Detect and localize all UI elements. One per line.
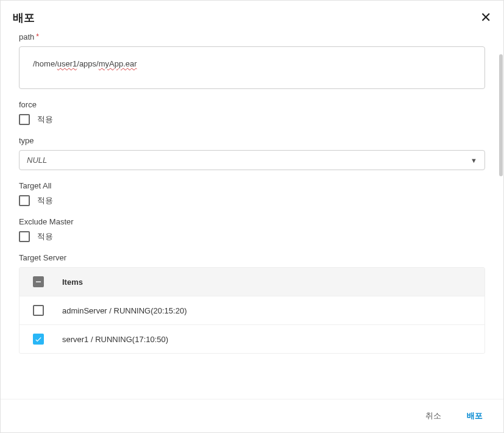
indeterminate-icon — [34, 277, 43, 286]
exclude-master-checkbox-label: 적용 — [37, 231, 53, 242]
target-server-label: Target Server — [19, 253, 485, 262]
row-checkbox-adminserver[interactable] — [33, 305, 44, 316]
chevron-down-icon: ▼ — [470, 157, 477, 164]
type-select[interactable]: NULL ▼ — [19, 150, 485, 170]
force-checkbox-row: 적용 — [19, 114, 485, 125]
exclude-master-checkbox-row: 적용 — [19, 231, 485, 242]
target-server-field: Target Server Items adminServer / RUNNIN… — [19, 253, 485, 354]
type-select-value: NULL — [27, 156, 47, 165]
target-all-checkbox-label: 적용 — [37, 195, 53, 206]
row-checkbox-server1[interactable] — [33, 334, 44, 345]
path-text-1: /home/ — [33, 59, 57, 68]
type-label: type — [19, 136, 485, 145]
table-row: server1 / RUNNING(17:10:50) — [20, 325, 484, 353]
cancel-button[interactable]: 취소 — [422, 408, 445, 424]
close-icon[interactable]: ✕ — [480, 11, 491, 24]
type-field: type NULL ▼ — [19, 136, 485, 170]
target-all-checkbox-row: 적용 — [19, 195, 485, 206]
force-checkbox-label: 적용 — [37, 114, 53, 125]
path-input[interactable]: /home/user1/apps/myApp.ear — [19, 46, 485, 89]
path-label: path * — [19, 32, 485, 41]
exclude-master-label: Exclude Master — [19, 217, 485, 226]
path-text-4: myApp.ear — [99, 59, 137, 68]
target-all-label: Target All — [19, 181, 485, 190]
svg-rect-0 — [36, 281, 41, 282]
target-all-checkbox[interactable] — [19, 195, 30, 206]
exclude-master-field: Exclude Master 적용 — [19, 217, 485, 242]
select-all-checkbox[interactable] — [33, 276, 44, 287]
path-field: path * /home/user1/apps/myApp.ear — [19, 32, 485, 89]
force-field: force 적용 — [19, 100, 485, 125]
force-label: force — [19, 100, 485, 109]
items-column-header: Items — [62, 277, 83, 287]
submit-button[interactable]: 배포 — [463, 408, 486, 424]
target-all-field: Target All 적용 — [19, 181, 485, 206]
path-label-text: path — [19, 32, 34, 41]
table-header: Items — [20, 268, 484, 296]
exclude-master-checkbox[interactable] — [19, 231, 30, 242]
required-asterisk: * — [36, 32, 39, 41]
modal-footer: 취소 배포 — [1, 399, 503, 432]
scrollbar[interactable] — [499, 54, 503, 176]
row-text-server1: server1 / RUNNING(17:10:50) — [62, 335, 168, 344]
path-text-2: user1 — [57, 59, 77, 68]
modal-body: path * /home/user1/apps/myApp.ear force … — [1, 32, 503, 395]
check-icon — [34, 335, 43, 343]
force-checkbox[interactable] — [19, 114, 30, 125]
modal-header: 배포 ✕ — [1, 1, 503, 32]
modal-title: 배포 — [13, 10, 35, 25]
target-server-table: Items adminServer / RUNNING(20:15:20) se… — [19, 267, 485, 354]
path-text-3: /apps/ — [77, 59, 98, 68]
row-text-adminserver: adminServer / RUNNING(20:15:20) — [62, 306, 186, 315]
deploy-modal: 배포 ✕ path * /home/user1/apps/myApp.ear f… — [0, 0, 504, 433]
table-row: adminServer / RUNNING(20:15:20) — [20, 296, 484, 325]
